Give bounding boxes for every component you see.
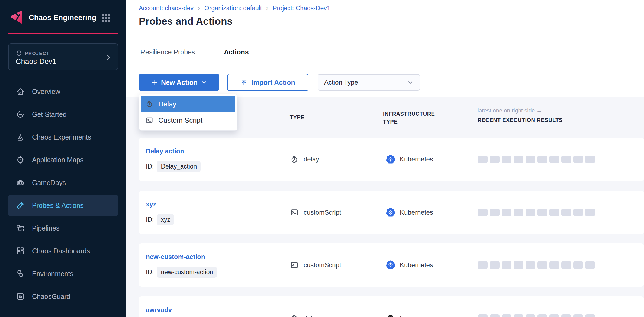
target-icon [16,155,25,164]
dropdown-item-delay[interactable]: Delay [141,96,235,112]
action-id-value: Delay_action [157,161,201,172]
action-id-value: xyz [157,214,174,225]
app-title: Chaos Engineering [29,14,96,22]
type-cell: delay [290,155,319,164]
copy-icon[interactable] [177,216,185,223]
execution-result-placeholder [561,209,571,216]
sidebar-nav: Overview Get Started Chaos Experiments A… [8,80,118,308]
execution-result-placeholder [561,156,571,163]
execution-result-placeholder [514,261,523,269]
sidebar-item-probes-actions[interactable]: Probes & Actions [8,195,118,216]
execution-result-placeholder [573,314,583,317]
results-note: latest one on right side → [478,107,542,114]
execution-result-placeholder [514,209,523,216]
action-name-link[interactable]: xyz [146,200,156,208]
stopwatch-icon [290,314,299,317]
project-name: Chaos-Dev1 [16,57,56,66]
project-selector[interactable]: PROJECT Chaos-Dev1 [8,43,118,70]
breadcrumb: Account: chaos-dev›Organization: default… [139,4,330,12]
execution-result-placeholder [585,314,595,317]
sort-icon[interactable] [463,114,469,120]
infrastructure-cell: Kubernetes [386,260,433,270]
execution-result-placeholder [549,261,559,269]
sidebar-item-chaos-dashboards[interactable]: Chaos Dashboards [8,240,118,262]
action-name-link[interactable]: awrvadv [146,306,172,314]
recent-execution-results [478,156,595,163]
breadcrumb-link[interactable]: Project: Chaos-Dev1 [273,5,330,12]
harness-logo-icon [9,9,25,25]
execution-result-placeholder [561,314,571,317]
breadcrumb-separator: › [266,4,268,12]
copy-icon[interactable] [204,163,211,170]
sort-icon[interactable] [308,115,314,121]
tab-actions[interactable]: Actions [224,48,249,56]
gamepad-icon [16,178,25,187]
execution-result-placeholder [514,156,523,163]
infrastructure-cell: Kubernetes [386,154,433,164]
execution-result-placeholder [573,261,583,269]
copy-icon[interactable] [220,268,228,276]
breadcrumb-link[interactable]: Organization: default [204,5,262,12]
kubernetes-icon [386,260,395,270]
toolbar: New Action Import Action Action Type [126,65,644,97]
import-action-button[interactable]: Import Action [227,74,308,91]
table-row: new-custom-action ID: new-custom-action … [139,243,644,287]
execution-result-placeholder [490,209,500,216]
execution-result-placeholder [502,156,511,163]
execution-result-placeholder [526,209,535,216]
sidebar-item-application-maps[interactable]: Application Maps [8,148,118,171]
kubernetes-icon [386,208,395,217]
action-name-link[interactable]: new-custom-action [146,253,205,261]
execution-result-placeholder [573,156,583,163]
linux-icon [386,313,395,317]
dropdown-item-custom-script[interactable]: Custom Script [141,112,235,128]
new-action-dropdown-menu: Delay Custom Script [139,94,237,131]
sidebar-header: Chaos Engineering [0,0,126,33]
stopwatch-icon [290,155,299,164]
action-id-row: ID: new-custom-action [146,266,228,278]
sidebar-item-chaosguard[interactable]: ChaosGuard [8,285,118,308]
project-label: PROJECT [25,51,50,56]
breadcrumb-link[interactable]: Account: chaos-dev [139,5,194,12]
execution-result-placeholder [478,156,488,163]
action-type-select[interactable]: Action Type [318,74,420,91]
type-cell: customScript [290,208,341,217]
execution-result-placeholder [585,261,595,269]
brand-divider [8,33,118,34]
execution-result-placeholder [549,314,559,317]
action-name-link[interactable]: Delay action [146,147,184,155]
sidebar-item-get-started[interactable]: Get Started [8,103,118,126]
chevron-down-icon [201,79,207,86]
execution-result-placeholder [573,209,583,216]
hexagons-icon [16,269,25,278]
column-header-results: RECENT EXECUTION RESULTS [478,117,563,123]
new-action-button[interactable]: New Action [139,74,219,91]
execution-result-placeholder [537,261,547,269]
execution-result-placeholder [478,209,488,216]
sidebar-item-environments[interactable]: Environments [8,262,118,285]
sidebar-item-overview[interactable]: Overview [8,80,118,103]
execution-result-placeholder [537,156,547,163]
execution-result-placeholder [537,209,547,216]
breadcrumb-separator: › [198,4,200,12]
table-row: xyz ID: xyz customScript Kubernetes [139,191,644,234]
execution-result-placeholder [549,209,559,216]
app-grid-icon[interactable] [101,13,111,23]
recent-execution-results [478,261,595,269]
execution-result-placeholder [526,261,535,269]
sidebar-item-gamedays[interactable]: GameDays [8,171,118,194]
execution-result-placeholder [502,209,511,216]
sidebar-item-chaos-experiments[interactable]: Chaos Experiments [8,126,118,148]
tab-resilience-probes[interactable]: Resilience Probes [140,48,195,56]
sidebar-item-pipelines[interactable]: Pipelines [8,217,118,240]
recent-execution-results [478,314,595,317]
action-id-row: ID: xyz [146,214,185,225]
main-content: Account: chaos-dev›Organization: default… [126,0,644,317]
action-id-value: new-custom-action [157,267,217,278]
plus-icon [151,79,158,86]
execution-result-placeholder [561,261,571,269]
recent-execution-results [478,209,595,216]
type-cell: delay [290,314,319,317]
execution-result-placeholder [585,209,595,216]
execution-result-placeholder [490,314,500,317]
